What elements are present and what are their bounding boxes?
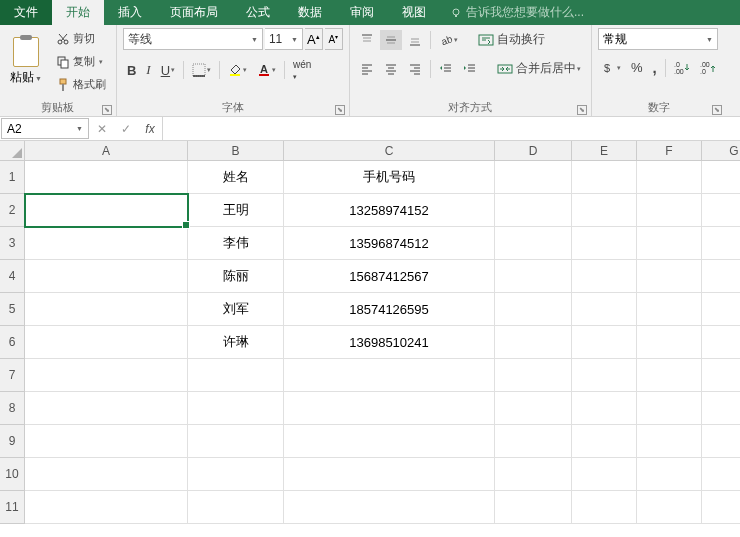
tab-layout[interactable]: 页面布局: [156, 0, 232, 25]
cell-G6[interactable]: [702, 326, 740, 359]
cell-G11[interactable]: [702, 491, 740, 524]
underline-button[interactable]: U▾: [157, 60, 179, 81]
cell-F10[interactable]: [637, 458, 702, 491]
cell-D1[interactable]: [495, 161, 572, 194]
align-right-button[interactable]: [404, 59, 426, 79]
enter-formula-button[interactable]: ✓: [114, 122, 138, 136]
accounting-format-button[interactable]: $▾: [598, 58, 625, 78]
align-center-button[interactable]: [380, 59, 402, 79]
cell-A4[interactable]: [25, 260, 188, 293]
cell-E4[interactable]: [572, 260, 637, 293]
font-name-select[interactable]: 等线▼: [123, 28, 263, 50]
cell-G1[interactable]: [702, 161, 740, 194]
cell-C4[interactable]: 15687412567: [284, 260, 495, 293]
cell-E1[interactable]: [572, 161, 637, 194]
cell-B3[interactable]: 李伟: [188, 227, 284, 260]
row-header-8[interactable]: 8: [0, 392, 25, 425]
cell-D9[interactable]: [495, 425, 572, 458]
cell-D4[interactable]: [495, 260, 572, 293]
cell-G9[interactable]: [702, 425, 740, 458]
cell-F7[interactable]: [637, 359, 702, 392]
cell-A8[interactable]: [25, 392, 188, 425]
cell-F6[interactable]: [637, 326, 702, 359]
col-header-C[interactable]: C: [284, 141, 495, 161]
formula-input[interactable]: [163, 117, 740, 140]
cell-C9[interactable]: [284, 425, 495, 458]
cell-E11[interactable]: [572, 491, 637, 524]
comma-button[interactable]: ,: [649, 56, 661, 79]
cell-A5[interactable]: [25, 293, 188, 326]
col-header-D[interactable]: D: [495, 141, 572, 161]
tab-view[interactable]: 视图: [388, 0, 440, 25]
decrease-decimal-button[interactable]: .00.0: [696, 58, 720, 78]
tab-insert[interactable]: 插入: [104, 0, 156, 25]
cell-E9[interactable]: [572, 425, 637, 458]
cell-F3[interactable]: [637, 227, 702, 260]
merge-center-button[interactable]: 合并后居中▾: [493, 57, 585, 80]
tab-review[interactable]: 审阅: [336, 0, 388, 25]
cell-D8[interactable]: [495, 392, 572, 425]
align-middle-button[interactable]: [380, 30, 402, 50]
cell-F2[interactable]: [637, 194, 702, 227]
cell-E5[interactable]: [572, 293, 637, 326]
wrap-text-button[interactable]: 自动换行: [474, 28, 549, 51]
select-all-button[interactable]: [0, 141, 25, 161]
cell-D11[interactable]: [495, 491, 572, 524]
align-top-button[interactable]: [356, 30, 378, 50]
font-launcher[interactable]: ⬊: [335, 105, 345, 115]
cell-F1[interactable]: [637, 161, 702, 194]
row-header-10[interactable]: 10: [0, 458, 25, 491]
col-header-F[interactable]: F: [637, 141, 702, 161]
cell-A10[interactable]: [25, 458, 188, 491]
cell-B7[interactable]: [188, 359, 284, 392]
cell-C2[interactable]: 13258974152: [284, 194, 495, 227]
cell-C8[interactable]: [284, 392, 495, 425]
col-header-A[interactable]: A: [25, 141, 188, 161]
number-launcher[interactable]: ⬊: [712, 105, 722, 115]
cell-B10[interactable]: [188, 458, 284, 491]
cell-F9[interactable]: [637, 425, 702, 458]
bold-button[interactable]: B: [123, 60, 140, 81]
cell-C11[interactable]: [284, 491, 495, 524]
cell-B5[interactable]: 刘军: [188, 293, 284, 326]
increase-indent-button[interactable]: [459, 59, 481, 79]
cell-B11[interactable]: [188, 491, 284, 524]
cell-B9[interactable]: [188, 425, 284, 458]
tab-home[interactable]: 开始: [52, 0, 104, 25]
percent-button[interactable]: %: [627, 57, 647, 78]
row-header-11[interactable]: 11: [0, 491, 25, 524]
paste-button[interactable]: 粘贴▼: [6, 35, 46, 88]
phonetic-button[interactable]: wén▾: [289, 56, 315, 84]
cell-E8[interactable]: [572, 392, 637, 425]
row-header-7[interactable]: 7: [0, 359, 25, 392]
cancel-formula-button[interactable]: ✕: [90, 122, 114, 136]
row-header-5[interactable]: 5: [0, 293, 25, 326]
cell-A1[interactable]: [25, 161, 188, 194]
format-painter-button[interactable]: 格式刷: [52, 74, 110, 95]
cell-G10[interactable]: [702, 458, 740, 491]
number-format-select[interactable]: 常规▼: [598, 28, 718, 50]
cell-D2[interactable]: [495, 194, 572, 227]
cell-D6[interactable]: [495, 326, 572, 359]
cell-A2[interactable]: [25, 194, 188, 227]
cell-D7[interactable]: [495, 359, 572, 392]
cell-E6[interactable]: [572, 326, 637, 359]
align-launcher[interactable]: ⬊: [577, 105, 587, 115]
cell-B8[interactable]: [188, 392, 284, 425]
row-header-4[interactable]: 4: [0, 260, 25, 293]
fx-button[interactable]: fx: [138, 122, 162, 136]
tab-formula[interactable]: 公式: [232, 0, 284, 25]
name-box[interactable]: A2▼: [1, 118, 89, 139]
cell-A7[interactable]: [25, 359, 188, 392]
cell-D3[interactable]: [495, 227, 572, 260]
cell-C1[interactable]: 手机号码: [284, 161, 495, 194]
copy-button[interactable]: 复制▾: [52, 51, 110, 72]
cell-F4[interactable]: [637, 260, 702, 293]
font-color-button[interactable]: A▾: [253, 60, 280, 80]
cell-F8[interactable]: [637, 392, 702, 425]
cell-A6[interactable]: [25, 326, 188, 359]
tell-me[interactable]: 告诉我您想要做什么...: [440, 0, 584, 25]
row-header-9[interactable]: 9: [0, 425, 25, 458]
cell-G7[interactable]: [702, 359, 740, 392]
cell-A9[interactable]: [25, 425, 188, 458]
